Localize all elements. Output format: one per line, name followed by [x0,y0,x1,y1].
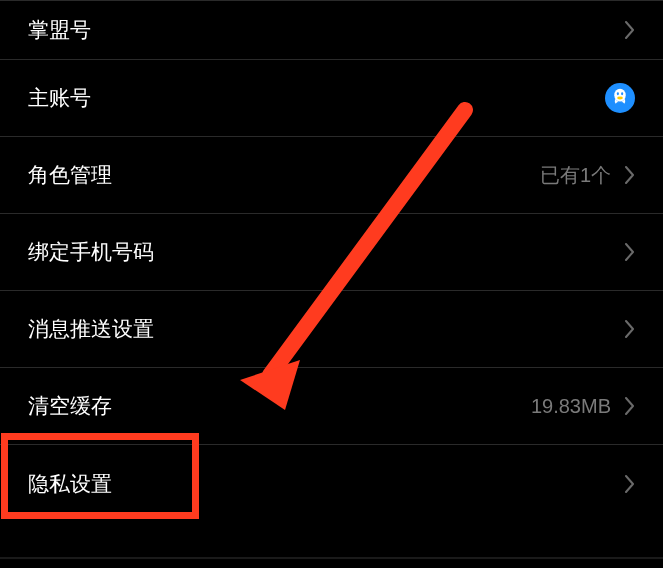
settings-item-main-account[interactable]: 主账号 [0,60,663,137]
item-label: 绑定手机号码 [28,238,154,266]
settings-item-role-management[interactable]: 角色管理 已有1个 [0,137,663,214]
svg-point-1 [617,92,619,95]
item-label: 消息推送设置 [28,315,154,343]
qq-icon [605,83,635,113]
chevron-right-icon [625,21,635,39]
item-right [625,475,635,493]
settings-item-privacy-settings[interactable]: 隐私设置 [0,445,663,522]
svg-point-0 [614,89,625,102]
item-value: 已有1个 [540,162,611,189]
svg-point-3 [617,97,623,100]
item-right: 已有1个 [540,162,635,189]
item-right [605,83,635,113]
settings-list: 掌盟号 主账号 角色管理 已有1个 [0,0,663,522]
item-right: 19.83MB [531,395,635,418]
divider-line [0,557,663,559]
settings-item-push-settings[interactable]: 消息推送设置 [0,291,663,368]
item-label: 主账号 [28,84,91,112]
settings-item-bind-phone[interactable]: 绑定手机号码 [0,214,663,291]
chevron-right-icon [625,166,635,184]
item-label: 掌盟号 [28,16,91,44]
chevron-right-icon [625,320,635,338]
settings-item-zhangmeng-id[interactable]: 掌盟号 [0,0,663,60]
chevron-right-icon [625,475,635,493]
item-value: 19.83MB [531,395,611,418]
svg-point-2 [621,92,623,95]
item-right [625,243,635,261]
chevron-right-icon [625,243,635,261]
item-label: 清空缓存 [28,392,112,420]
item-right [625,21,635,39]
item-label: 隐私设置 [28,470,112,498]
item-label: 角色管理 [28,161,112,189]
chevron-right-icon [625,397,635,415]
settings-item-clear-cache[interactable]: 清空缓存 19.83MB [0,368,663,445]
item-right [625,320,635,338]
